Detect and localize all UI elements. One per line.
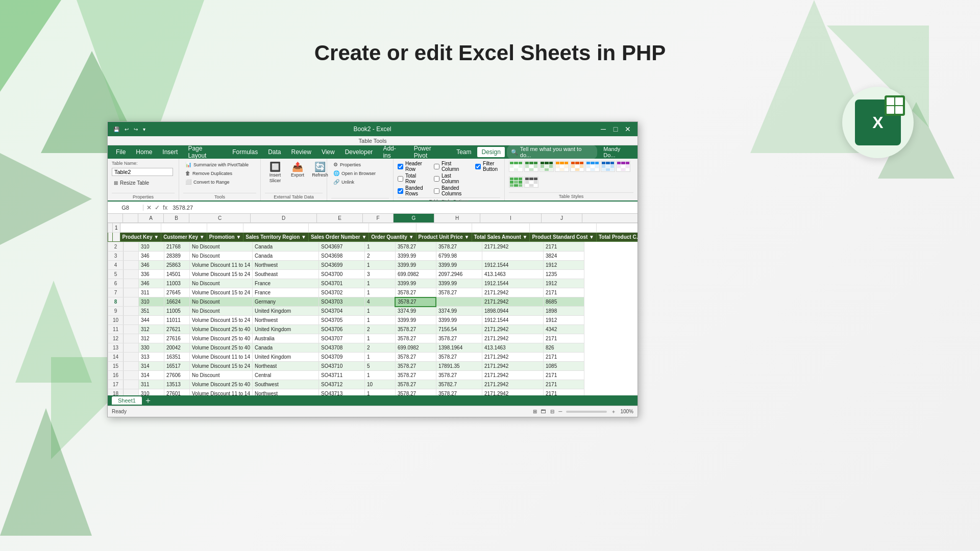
cell[interactable]: 3578.27 — [395, 325, 436, 334]
cell[interactable]: Volume Discount 25 to 40 — [190, 380, 253, 389]
cell[interactable]: 6799.98 — [436, 252, 482, 261]
cell[interactable]: 1912 — [543, 316, 584, 325]
cell[interactable]: 3399.99 — [436, 279, 482, 288]
cell[interactable]: 27601 — [164, 389, 190, 396]
cell[interactable] — [482, 252, 543, 261]
cell[interactable] — [369, 223, 416, 233]
cell[interactable]: 1 — [364, 307, 395, 316]
cell[interactable]: SO43699 — [318, 261, 364, 270]
cell[interactable]: 1912.1544 — [482, 261, 543, 270]
insert-function-icon[interactable]: fx — [162, 204, 168, 211]
cell[interactable]: SO43701 — [318, 279, 364, 288]
menu-addins[interactable]: Add-ins — [379, 143, 407, 161]
cell[interactable]: 3578.27 — [395, 380, 436, 389]
style-swatch-2[interactable] — [524, 161, 538, 172]
menu-data[interactable]: Data — [264, 147, 285, 157]
cell[interactable]: 1398.1964 — [436, 343, 482, 353]
cell[interactable]: 27606 — [164, 371, 190, 380]
export-btn[interactable]: 📤 Export — [287, 161, 308, 180]
col-header-J[interactable]: J — [542, 214, 582, 222]
zoom-plus[interactable]: ＋ — [611, 408, 616, 415]
cell[interactable]: SO43697 — [318, 242, 364, 252]
cell[interactable]: 310 — [139, 297, 164, 307]
cell[interactable]: Australia — [252, 334, 318, 343]
cell[interactable]: Southwest — [252, 380, 318, 389]
filter-btn-check[interactable]: Filter Button — [475, 161, 500, 172]
cell[interactable]: Northeast — [252, 362, 318, 371]
filter-button-checkbox[interactable] — [475, 164, 481, 169]
col-header-B[interactable]: B — [164, 214, 189, 222]
cell[interactable]: Canada — [252, 343, 318, 353]
cell[interactable]: 1 — [364, 279, 395, 288]
cell[interactable]: SO43703 — [318, 297, 364, 307]
cell[interactable]: 1898.0944 — [482, 307, 543, 316]
cell[interactable]: 1085 — [543, 362, 584, 371]
cell[interactable]: 16351 — [164, 353, 190, 362]
confirm-formula-icon[interactable]: ✓ — [154, 204, 161, 211]
style-swatch-5[interactable] — [570, 161, 584, 172]
cell[interactable]: 28389 — [164, 252, 190, 261]
cell[interactable]: 3399.99 — [395, 252, 436, 261]
total-row-check[interactable]: Total Row — [398, 173, 426, 184]
menu-power-pivot[interactable]: Power Pivot — [410, 143, 450, 161]
cell[interactable] — [416, 223, 472, 233]
page-layout-icon[interactable]: 🗔 — [541, 409, 546, 414]
cell[interactable]: 413.1463 — [482, 270, 543, 279]
minimize-btn[interactable]: ─ — [598, 124, 609, 134]
cell[interactable]: Germany — [252, 297, 318, 307]
cell[interactable]: Volume Discount 15 to 24 — [190, 288, 253, 297]
cell[interactable]: 16624 — [164, 297, 190, 307]
cell[interactable]: 344 — [139, 316, 164, 325]
cell[interactable]: 310 — [139, 242, 164, 252]
banded-columns-check[interactable]: Banded Columns — [434, 185, 467, 196]
banded-rows-check[interactable]: Banded Rows — [398, 185, 426, 196]
cell[interactable]: 1898 — [543, 307, 584, 316]
menu-developer[interactable]: Developer — [341, 147, 377, 157]
col-header-H[interactable]: H — [434, 214, 480, 222]
cell[interactable]: 2171.2942 — [482, 371, 543, 380]
cell[interactable]: 35782.7 — [436, 380, 482, 389]
cell[interactable]: 8685 — [543, 297, 584, 307]
cell[interactable] — [120, 223, 161, 233]
style-swatch-1[interactable] — [509, 161, 523, 172]
cell[interactable] — [207, 223, 243, 233]
cell[interactable]: SO43705 — [318, 316, 364, 325]
add-sheet-btn[interactable]: ＋ — [144, 395, 152, 406]
cell[interactable]: United Kingdom — [252, 325, 318, 334]
cell[interactable]: 413.1463 — [482, 343, 543, 353]
col-header-A[interactable]: A — [138, 214, 164, 222]
cell[interactable]: 2097.2946 — [436, 270, 482, 279]
cell[interactable]: 1235 — [543, 270, 584, 279]
cell[interactable]: 3578.27 — [395, 371, 436, 380]
cell[interactable]: 346 — [139, 279, 164, 288]
style-swatch-4[interactable] — [555, 161, 569, 172]
cell[interactable]: France — [252, 279, 318, 288]
cell[interactable]: No Discount — [190, 242, 253, 252]
cell[interactable]: 21768 — [164, 242, 190, 252]
cell[interactable]: 3578.27 — [436, 242, 482, 252]
cell[interactable] — [530, 223, 597, 233]
cell[interactable]: 1912.1544 — [482, 316, 543, 325]
cell[interactable]: 2171 — [543, 353, 584, 362]
cell[interactable]: SO43702 — [318, 288, 364, 297]
cell[interactable]: Volume Discount 15 to 24 — [190, 362, 253, 371]
style-swatch-8[interactable] — [616, 161, 630, 172]
formula-input[interactable]: 3578.27 — [170, 205, 638, 211]
cell[interactable] — [243, 223, 309, 233]
cell[interactable]: 3399.99 — [395, 316, 436, 325]
insert-slicer-btn[interactable]: 🔲 InsertSlicer — [265, 161, 285, 185]
zoom-minus[interactable]: ─ — [558, 409, 562, 414]
cell[interactable]: 1 — [364, 389, 395, 396]
cell[interactable]: Southeast — [252, 270, 318, 279]
cell[interactable]: 1 — [364, 334, 395, 343]
col-header-G[interactable]: G — [394, 214, 434, 222]
cell[interactable]: No Discount — [190, 297, 253, 307]
page-break-icon[interactable]: ⊟ — [550, 409, 554, 414]
cell[interactable]: SO43700 — [318, 270, 364, 279]
redo-qat-btn[interactable]: ↪ — [132, 126, 139, 133]
cell[interactable]: 2171.2942 — [482, 297, 543, 307]
cell[interactable]: 346 — [139, 252, 164, 261]
cell[interactable]: Canada — [252, 242, 318, 252]
cell[interactable]: 10 — [364, 380, 395, 389]
cell[interactable]: SO43706 — [318, 325, 364, 334]
